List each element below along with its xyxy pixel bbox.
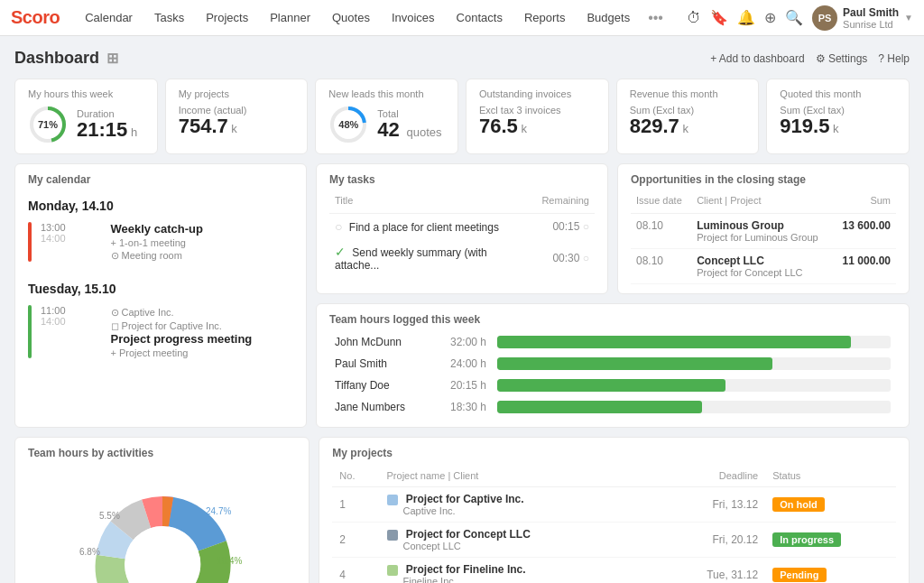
stat-value-leads: 42 quotes	[377, 119, 441, 141]
stat-card-quoted: Quoted this month Sum (Excl tax) 919.5 k	[766, 79, 910, 154]
stat-label-leads: New leads this month	[328, 88, 445, 99]
nav-reports[interactable]: Reports	[515, 7, 575, 28]
stat-card-revenue: Revenue this month Sum (Excl tax) 829.7 …	[616, 79, 760, 154]
stat-card-invoices: Outstanding invoices Excl tax 3 invoices…	[466, 79, 609, 154]
plus-icon[interactable]: ⊕	[764, 9, 776, 26]
proj-num-3: 4	[332, 558, 379, 584]
nav-budgets[interactable]: Budgets	[578, 7, 639, 28]
stat-card-projects: My projects Income (actual) 754.7 k	[165, 79, 309, 154]
stat-body-invoices: Excl tax 3 invoices 76.5 k	[479, 105, 596, 137]
timer-icon[interactable]: ⏱	[687, 10, 701, 26]
proj-row-2: 2 Project for Concept LLC Concept LLC Fr…	[332, 523, 896, 558]
hours-circle-text: 71%	[38, 119, 58, 130]
team-bar-2	[497, 357, 772, 370]
team-name-4: Jane Numbers	[329, 396, 438, 418]
stat-value-projects: 754.7 k	[179, 116, 247, 137]
pie-container: 24.7% 16.4% 13.7% 11% 8.2% 6.2% 6.8% 5.5…	[15, 465, 309, 583]
team-bar-bg-4	[497, 401, 891, 413]
nav-more[interactable]: •••	[642, 6, 669, 30]
add-to-dashboard-button[interactable]: + Add to dashboard	[710, 52, 804, 65]
proj-name-cell-3: Project for Fineline Inc. Fineline Inc.	[380, 558, 661, 584]
opportunities-table: Issue date Client | Project Sum 08.10 Lu…	[631, 191, 896, 284]
stat-info-hours: Duration 21:15 h	[77, 108, 137, 141]
tasks-panel-content: Title Remaining ○ Find a place for clien…	[317, 191, 607, 286]
team-hours-panel: Team hours logged this week John McDunn …	[316, 303, 910, 428]
settings-button[interactable]: ⚙ Settings	[816, 52, 868, 65]
dashboard-config-icon[interactable]: ⊞	[106, 50, 118, 67]
team-name-3: Tiffany Doe	[329, 375, 438, 396]
pie-seg-5	[95, 555, 128, 583]
stat-value-hours: 21:15 h	[77, 119, 137, 141]
pie-chart-svg: 24.7% 16.4% 13.7% 11% 8.2% 6.2% 6.8% 5.5…	[72, 474, 253, 583]
nav-projects[interactable]: Projects	[197, 7, 257, 28]
pie-label-7: 6.8%	[79, 547, 100, 557]
opp-sum-1: 13 600.00	[833, 214, 896, 249]
proj-client-2: Concept LLC	[403, 541, 653, 551]
projects-panel-header: My projects	[319, 438, 909, 465]
nav-user[interactable]: PS Paul Smith Sunrise Ltd ▼	[812, 5, 913, 31]
cal-event-bar-2	[28, 305, 32, 358]
projects-panel: My projects No. Project name | Client De…	[319, 437, 910, 583]
cal-event-content-2: 11:00 14:00	[41, 305, 102, 358]
proj-name-cell-2: Project for Concept LLC Concept LLC	[380, 523, 661, 558]
calendar-panel: My calendar Monday, 14.10 13:00 14:00 We…	[14, 163, 307, 428]
cal-event-1: 13:00 14:00 Weekly catch-up + 1-on-1 mee…	[15, 218, 306, 265]
stat-label-quoted: Quoted this month	[780, 88, 896, 99]
nav-contacts[interactable]: Contacts	[448, 7, 512, 28]
bell-icon[interactable]: 🔔	[737, 9, 755, 26]
opportunities-panel-header: Opportunities in the closing stage	[618, 164, 909, 191]
logo[interactable]: Scoro	[11, 7, 60, 28]
cal-event-bar-1	[28, 222, 32, 262]
team-row-3: Tiffany Doe 20:15 h	[329, 375, 896, 396]
search-icon[interactable]: 🔍	[785, 9, 803, 26]
nav-calendar[interactable]: Calendar	[76, 7, 142, 28]
task-check-1[interactable]: ○	[335, 219, 342, 234]
bookmark-icon[interactable]: 🔖	[710, 9, 728, 26]
nav-planner[interactable]: Planner	[261, 7, 319, 28]
stat-info-revenue: Sum (Excl tax) 829.7 k	[630, 105, 695, 137]
dashboard-header: Dashboard ⊞ + Add to dashboard ⚙ Setting…	[14, 49, 910, 68]
avatar: PS	[812, 5, 837, 31]
stat-value-invoices: 76.5 k	[479, 116, 560, 137]
proj-name-cell-1: Project for Captive Inc. Captive Inc.	[380, 487, 661, 523]
opp-sum-2: 11 000.00	[833, 249, 896, 284]
team-bar-cell-4	[492, 396, 896, 418]
proj-deadline-1: Fri, 13.12	[660, 487, 765, 523]
proj-status-3: Pending	[765, 558, 896, 584]
proj-row-3: 4 Project for Fineline Inc. Fineline Inc…	[332, 558, 896, 584]
team-row-1: John McDunn 32:00 h	[329, 331, 896, 353]
team-bar-cell-1	[492, 331, 896, 353]
proj-deadline-2: Fri, 20.12	[660, 523, 765, 558]
tasks-table: Title Remaining ○ Find a place for clien…	[329, 191, 595, 277]
task-check-2[interactable]: ✓	[335, 245, 346, 259]
stat-body-projects: Income (actual) 754.7 k	[179, 105, 295, 137]
stat-label-invoices: Outstanding invoices	[479, 88, 596, 99]
team-name-1: John McDunn	[329, 331, 438, 353]
nav-invoices[interactable]: Invoices	[383, 7, 444, 28]
nav-quotes[interactable]: Quotes	[323, 7, 379, 28]
task-cell-title-1: ○ Find a place for client meetings	[329, 214, 536, 240]
user-company: Sunrise Ltd	[843, 19, 899, 30]
nav-tasks[interactable]: Tasks	[145, 7, 193, 28]
pie-label-1: 24.7%	[206, 506, 231, 516]
cal-event-content-1: 13:00 14:00	[41, 222, 102, 262]
proj-color-1	[387, 495, 398, 505]
help-button[interactable]: ? Help	[878, 52, 910, 65]
team-name-2: Paul Smith	[329, 353, 438, 375]
team-bar-bg-2	[497, 357, 891, 370]
tasks-panel-header: My tasks	[317, 164, 607, 191]
opps-col-sum: Sum	[833, 191, 896, 214]
team-bar-3	[497, 379, 725, 392]
proj-col-name: Project name | Client	[380, 465, 661, 487]
task-cell-remaining-1: 00:15 ○	[536, 214, 595, 240]
stat-info-quoted: Sum (Excl tax) 919.5 k	[780, 105, 845, 137]
proj-status-2: In progress	[765, 523, 896, 558]
stat-label-projects: My projects	[179, 88, 295, 99]
pie-chart-panel: Team hours by activities	[14, 437, 310, 583]
stat-body-quoted: Sum (Excl tax) 919.5 k	[780, 105, 896, 137]
stat-body-hours: 71% Duration 21:15 h	[28, 105, 144, 144]
cal-time-2: 11:00 14:00	[41, 305, 102, 327]
task-circle-2: ○	[583, 252, 589, 264]
cal-day-2-label: Tuesday, 15.10	[15, 274, 306, 301]
task-row-1: ○ Find a place for client meetings 00:15…	[329, 214, 595, 240]
